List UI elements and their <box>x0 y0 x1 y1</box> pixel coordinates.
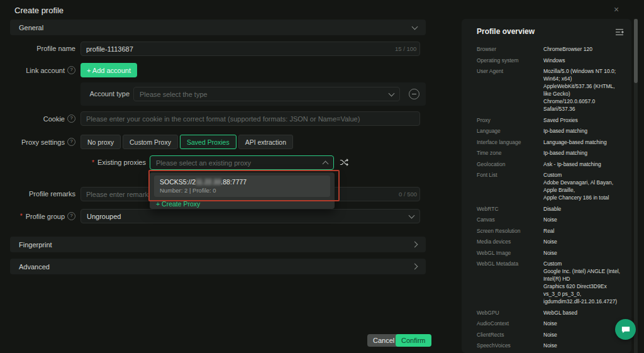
overview-row: Font List Custom Adobe Devanagari, Al Ba… <box>477 171 624 201</box>
profile-group-label: * Profile group ? <box>0 212 75 220</box>
overview-row-value: Ip-based matching <box>543 127 624 135</box>
overview-row-value: Noise <box>543 331 624 339</box>
overview-row: Proxy Saved Proxies <box>477 116 624 124</box>
overview-row-value: Noise <box>543 238 624 245</box>
overview-row-label: Time zone <box>477 149 543 157</box>
overview-row: Browser ChromeBrowser 120 <box>477 45 624 53</box>
overview-row-label: Browser <box>477 45 543 53</box>
remove-account-icon[interactable] <box>409 89 419 99</box>
overview-row-value: Noise <box>543 320 624 327</box>
proxy-mode-tab[interactable]: No proxy <box>80 135 121 149</box>
chevron-down-icon <box>389 90 395 96</box>
create-proxy-link[interactable]: + Create Proxy <box>150 199 335 209</box>
page-title: Create profile <box>14 6 64 15</box>
overview-row-value: Custom Adobe Devanagari, Al Bayan, Apple… <box>543 171 624 201</box>
overview-row-value: Noise <box>543 249 624 257</box>
overview-row: ClientRects Noise <box>477 331 624 339</box>
overview-row: Language Ip-based matching <box>477 127 624 135</box>
section-fingerprint-header[interactable]: Fingerprint <box>10 237 426 252</box>
help-icon: ? <box>67 115 75 123</box>
proxy-mode-tab[interactable]: Custom Proxy <box>123 135 178 149</box>
overview-row-value: ChromeBrowser 120 <box>543 45 624 53</box>
overview-row-label: SpeechVoices <box>477 342 543 349</box>
profile-name-label: Profile name <box>0 45 75 52</box>
section-general-header[interactable]: General <box>10 20 426 35</box>
overview-title: Profile overview <box>477 27 535 36</box>
proxy-mode-tab[interactable]: Saved Proxies <box>180 135 236 149</box>
account-type-select[interactable]: Please select the type <box>133 87 400 101</box>
overview-row: WebGL Metadata Custom Google Inc. (Intel… <box>477 260 624 305</box>
overview-row-label: Geolocation <box>477 160 543 168</box>
overview-row: Operating system Windows <box>477 57 624 64</box>
overview-row-label: Proxy <box>477 116 543 124</box>
overview-row-value: Saved Proxies <box>543 116 624 124</box>
overview-row-label: Interface language <box>477 138 543 146</box>
panel-collapse-icon[interactable] <box>615 27 624 38</box>
overview-row-label: WebGPU <box>477 309 543 317</box>
overview-row-value: Custom Google Inc. (Intel) ANGLE (Intel,… <box>543 260 624 305</box>
overview-row: User Agent Mozilla/5.0 (Windows NT 10.0;… <box>477 67 624 113</box>
cookie-input[interactable] <box>80 111 420 126</box>
overview-row: Screen Resolution Real <box>477 227 624 235</box>
overview-row-label: Operating system <box>477 57 543 64</box>
overview-row: WebGL Image Noise <box>477 249 624 257</box>
overview-row: Geolocation Ask - Ip-based matching <box>477 160 624 168</box>
section-advanced-header[interactable]: Advanced <box>10 259 426 274</box>
overview-row: Canvas Noise <box>477 216 624 223</box>
chat-bubble-icon <box>621 325 631 334</box>
confirm-button[interactable]: Confirm <box>396 334 431 347</box>
overview-row-label: Media devices <box>477 238 543 245</box>
overview-row-label: ClientRects <box>477 331 543 339</box>
proxy-option-title: SOCKS5://211.22.33.88:7777 <box>160 178 325 186</box>
profile-remarks-label: Profile remarks <box>0 190 75 198</box>
chevron-right-icon <box>412 264 418 270</box>
link-account-label: Link account ? <box>0 66 75 74</box>
overview-row-label: WebRTC <box>477 205 543 213</box>
overview-row-value: Real <box>543 227 624 235</box>
proxy-option-subtitle: Number: 2 | Profile: 0 <box>160 187 325 194</box>
scrollbar-thumb[interactable] <box>634 19 638 83</box>
overview-row-value: WebGL based <box>543 309 624 317</box>
overview-row-label: Language <box>477 127 543 135</box>
overview-row-label: Font List <box>477 171 543 201</box>
proxy-mode-tabs: No proxy Custom Proxy Saved Proxies API … <box>80 135 293 149</box>
add-account-button[interactable]: + Add account <box>80 63 137 77</box>
overview-row-value: Noise <box>543 216 624 223</box>
section-general-label: General <box>19 24 43 31</box>
proxy-option[interactable]: SOCKS5://211.22.33.88:7777 Number: 2 | P… <box>154 176 330 197</box>
overview-row-label: User Agent <box>477 67 543 113</box>
overview-row-value: Ask - Ip-based matching <box>543 160 624 168</box>
shuffle-proxy-icon[interactable] <box>340 158 348 169</box>
create-profile-dialog: Create profile × General Profile name 15… <box>0 0 644 353</box>
section-fingerprint-label: Fingerprint <box>19 241 52 249</box>
overview-row: WebGPU WebGL based <box>477 309 624 317</box>
overview-row-value: Ip-based matching <box>543 149 624 157</box>
cookie-label: Cookie ? <box>0 115 75 123</box>
close-icon[interactable]: × <box>614 5 619 14</box>
help-icon: ? <box>67 66 75 74</box>
chevron-down-icon <box>412 23 418 30</box>
help-icon: ? <box>67 138 75 146</box>
overview-row-label: WebGL Metadata <box>477 260 543 305</box>
overview-rows: Browser ChromeBrowser 120 Operating syst… <box>477 45 624 353</box>
overview-row: Interface language Language-based matchi… <box>477 138 624 146</box>
overview-row-value: Disable <box>543 205 624 213</box>
overview-row-label: Canvas <box>477 216 543 223</box>
chevron-up-icon <box>323 161 329 167</box>
overview-row-value: Mozilla/5.0 (Windows NT 10.0; Win64; x64… <box>543 67 624 113</box>
chat-widget-button[interactable] <box>615 319 636 340</box>
overview-row-value: Windows <box>543 57 624 64</box>
profile-name-input[interactable] <box>80 42 420 56</box>
chevron-down-icon <box>409 212 415 218</box>
section-advanced-label: Advanced <box>19 263 50 271</box>
account-type-label: Account type <box>80 90 130 98</box>
overview-row-label: WebGL Image <box>477 249 543 257</box>
proxy-mode-tab[interactable]: API extraction <box>238 135 293 149</box>
profile-group-select[interactable]: Ungrouped <box>80 209 420 223</box>
overview-row-value: Language-based matching <box>543 138 624 146</box>
profile-name-counter: 15 / 100 <box>395 45 416 52</box>
proxy-settings-label: Proxy settings ? <box>0 138 75 146</box>
overview-row: Time zone Ip-based matching <box>477 149 624 157</box>
chevron-right-icon <box>412 242 418 248</box>
existing-proxies-select[interactable]: Please select an existing proxy <box>150 155 334 170</box>
